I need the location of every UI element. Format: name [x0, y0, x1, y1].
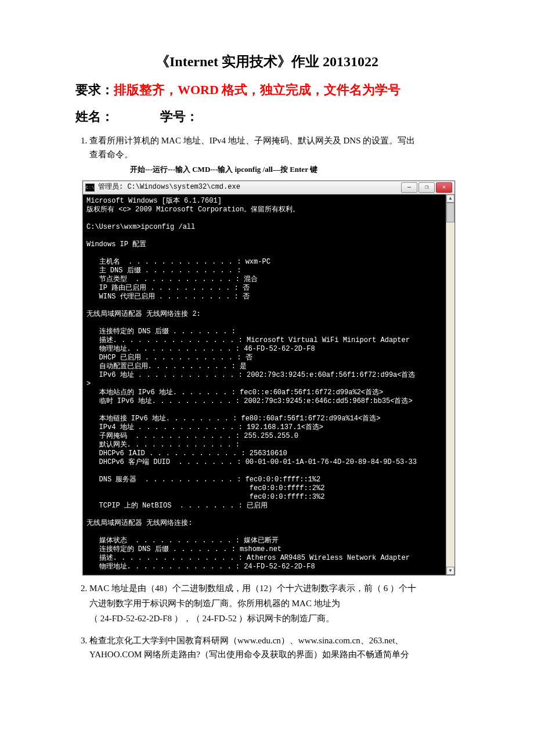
question-3: 检查北京化工大学到中国教育科研网（www.edu.cn）、www.sina.co… [89, 633, 459, 661]
requirement-prefix: 要求： [75, 82, 114, 97]
q2-line2: 六进制数字用于标识网卡的制造厂商。你所用机器的 MAC 地址为 [89, 596, 459, 610]
q1-text-1: 查看所用计算机的 MAC 地址、IPv4 地址、子网掩码、默认网关及 DNS 的… [89, 136, 415, 145]
q3-line2: YAHOO.COM 网络所走路由?（写出使用命令及获取的界面）如果路由不畅通简单… [89, 650, 409, 659]
cmd-icon: C:\ [85, 183, 95, 192]
close-button[interactable]: ✕ [436, 182, 452, 193]
minimize-button[interactable]: — [401, 182, 417, 193]
cmd-body: Microsoft Windows [版本 6.1.7601] 版权所有 <c>… [83, 195, 454, 575]
q3-line1: 检查北京化工大学到中国教育科研网（www.edu.cn）、www.sina.co… [89, 636, 403, 645]
cmd-window: C:\ 管理员: C:\Windows\system32\cmd.exe — ❐… [82, 181, 455, 575]
question-2: MAC 地址是由（48）个二进制数组成，用（12）个十六进制数字表示，前（ 6 … [89, 581, 459, 625]
requirement-line: 要求：排版整齐，WORD 格式，独立完成，文件名为学号 [75, 81, 459, 99]
page-title: 《Internet 实用技术》作业 20131022 [75, 52, 459, 71]
q2-line1: MAC 地址是由（48）个二进制数组成，用（12）个十六进制数字表示，前（ 6 … [89, 581, 459, 595]
name-id-line: 姓名：学号： [75, 108, 459, 125]
q2-line3: （ 24-FD-52-62-2D-F8 ），（ 24-FD-52 ）标识网卡的制… [89, 611, 459, 625]
maximize-button[interactable]: ❐ [418, 182, 435, 193]
cmd-output: Microsoft Windows [版本 6.1.7601] 版权所有 <c>… [86, 197, 417, 571]
scroll-up-button[interactable]: ▲ [446, 195, 454, 203]
cmd-titlebar: C:\ 管理员: C:\Windows\system32\cmd.exe — ❐… [83, 181, 454, 195]
requirement-red: 排版整齐，WORD 格式，独立完成，文件名为学号 [114, 82, 400, 97]
question-list: 查看所用计算机的 MAC 地址、IPv4 地址、子网掩码、默认网关及 DNS 的… [75, 134, 459, 661]
q1-text-2: 查看命令。 [89, 150, 133, 159]
scrollbar-thumb[interactable] [446, 203, 454, 222]
name-label: 姓名： [75, 109, 114, 124]
q1-hint: 开始---运行---输入 CMD---输入 ipconfig /all—按 En… [130, 164, 459, 176]
document-page: 《Internet 实用技术》作业 20131022 要求：排版整齐，WORD … [0, 0, 534, 756]
scroll-down-button[interactable]: ▼ [446, 567, 454, 575]
cmd-title: 管理员: C:\Windows\system32\cmd.exe [98, 182, 401, 193]
window-buttons: — ❐ ✕ [401, 182, 452, 193]
id-label: 学号： [160, 109, 199, 124]
question-1: 查看所用计算机的 MAC 地址、IPv4 地址、子网掩码、默认网关及 DNS 的… [89, 134, 459, 575]
scrollbar-track[interactable] [446, 195, 454, 575]
